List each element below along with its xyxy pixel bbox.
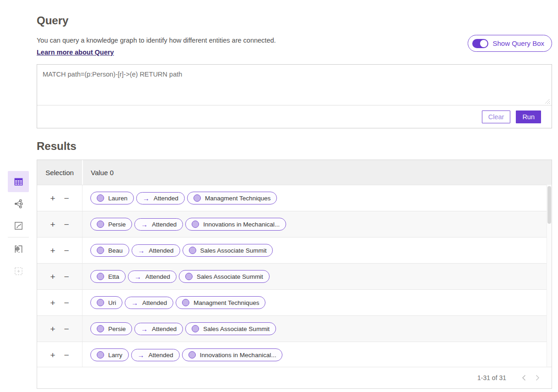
- selection-cell: + −: [37, 237, 82, 263]
- graph-view-icon: [13, 199, 24, 209]
- entity-pill-person[interactable]: Lauren: [90, 192, 134, 204]
- relationship-pill[interactable]: → Attended: [134, 218, 183, 231]
- relation-pill-label: Attended: [149, 247, 174, 254]
- table-row: + − Persie → Attended Innovations in Mec…: [37, 211, 552, 237]
- map-view-icon: [13, 244, 24, 254]
- selection-cell: + −: [37, 316, 82, 342]
- graph-view-button[interactable]: [8, 193, 29, 214]
- remove-from-selection-button[interactable]: −: [64, 298, 69, 307]
- column-header-selection: Selection: [37, 160, 82, 185]
- relation-pill-label: Attended: [152, 221, 177, 228]
- relationship-pill[interactable]: → Attended: [125, 297, 173, 309]
- table-footer: 1-31 of 31: [37, 367, 552, 388]
- target-pill-label: Sales Associate Summit: [203, 326, 270, 332]
- vertical-scrollbar[interactable]: [547, 185, 552, 368]
- scrollbar-thumb[interactable]: [547, 186, 551, 224]
- remove-from-selection-button[interactable]: −: [64, 325, 69, 333]
- toggle-label: Show Query Box: [492, 39, 544, 47]
- entity-pill-person[interactable]: Persie: [90, 322, 132, 335]
- add-to-selection-button[interactable]: +: [50, 194, 55, 203]
- table-row: + − Etta → Attended Sales Associate Summ…: [37, 263, 552, 289]
- arrow-right-icon: →: [134, 273, 141, 280]
- target-pill-label: Managment Techniques: [193, 299, 259, 306]
- entity-node-icon: [182, 299, 189, 306]
- add-to-selection-button[interactable]: +: [50, 272, 55, 281]
- entity-pill-person[interactable]: Uri: [90, 296, 122, 309]
- entity-pill-target[interactable]: Sales Associate Summit: [185, 322, 276, 335]
- add-to-selection-button[interactable]: +: [50, 220, 55, 229]
- entity-pill-person[interactable]: Etta: [90, 270, 126, 283]
- person-pill-label: Etta: [108, 273, 119, 280]
- relationship-pill[interactable]: → Attended: [132, 244, 180, 257]
- chart-view-icon: [13, 221, 24, 231]
- learn-more-link[interactable]: Learn more about Query: [37, 49, 114, 56]
- person-pill-label: Persie: [108, 326, 126, 332]
- remove-from-selection-button[interactable]: −: [64, 351, 69, 359]
- entity-pill-person[interactable]: Persie: [90, 218, 132, 231]
- entity-pill-person[interactable]: Larry: [90, 348, 129, 361]
- results-title: Results: [37, 140, 552, 153]
- query-input[interactable]: MATCH path=(p:Person)-[r]->(e) RETURN pa…: [37, 65, 552, 105]
- relationship-pill[interactable]: → Attended: [134, 323, 183, 335]
- entity-node-icon: [97, 247, 104, 254]
- arrow-right-icon: →: [141, 326, 148, 332]
- map-view-button[interactable]: [8, 238, 29, 259]
- relation-pill-label: Attended: [145, 273, 170, 280]
- next-page-button[interactable]: [530, 371, 544, 385]
- relationship-pill[interactable]: → Attended: [136, 192, 185, 204]
- results-table: Selection Value 0 + − Lauren → Attended …: [37, 160, 552, 389]
- entity-pill-target[interactable]: Innovations in Mechanical...: [185, 218, 286, 231]
- entity-node-icon: [193, 194, 201, 202]
- layout-view-icon: [13, 266, 24, 276]
- relation-pill-label: Attended: [152, 326, 177, 332]
- value-cell: Lauren → Attended Managment Techniques: [82, 185, 552, 211]
- clear-button[interactable]: Clear: [482, 110, 511, 123]
- remove-from-selection-button[interactable]: −: [64, 194, 69, 203]
- entity-pill-target[interactable]: Innovations in Mechanical...: [182, 348, 283, 361]
- layout-view-button: [8, 260, 29, 282]
- entity-pill-target[interactable]: Managment Techniques: [187, 192, 277, 204]
- run-button[interactable]: Run: [516, 110, 541, 123]
- add-to-selection-button[interactable]: +: [50, 246, 55, 255]
- relationship-pill[interactable]: → Attended: [131, 349, 180, 361]
- value-cell: Etta → Attended Sales Associate Summit: [82, 264, 552, 289]
- selection-cell: + −: [37, 185, 82, 211]
- show-query-box-toggle[interactable]: Show Query Box: [468, 35, 552, 52]
- query-box: MATCH path=(p:Person)-[r]->(e) RETURN pa…: [37, 64, 552, 128]
- column-header-value: Value 0: [83, 160, 552, 185]
- person-pill-label: Larry: [108, 352, 122, 359]
- add-to-selection-button[interactable]: +: [50, 351, 55, 359]
- table-header: Selection Value 0: [37, 160, 552, 185]
- query-actions-bar: Clear Run: [37, 105, 552, 128]
- remove-from-selection-button[interactable]: −: [64, 220, 69, 229]
- table-view-button[interactable]: [8, 171, 29, 192]
- textarea-resize-handle[interactable]: [544, 99, 550, 105]
- arrow-right-icon: →: [138, 247, 145, 254]
- remove-from-selection-button[interactable]: −: [64, 272, 69, 281]
- relation-pill-label: Attended: [149, 352, 173, 359]
- selection-cell: + −: [37, 264, 82, 289]
- add-to-selection-button[interactable]: +: [50, 325, 55, 333]
- arrow-right-icon: →: [141, 221, 148, 228]
- entity-node-icon: [97, 221, 104, 228]
- entity-node-icon: [97, 351, 104, 359]
- previous-page-button[interactable]: [517, 371, 530, 385]
- pagination-range: 1-31 of 31: [477, 374, 506, 381]
- target-pill-label: Innovations in Mechanical...: [203, 221, 280, 228]
- entity-pill-target[interactable]: Sales Associate Summit: [182, 244, 273, 257]
- selection-cell: + −: [37, 211, 82, 237]
- table-view-icon: [13, 177, 24, 187]
- entity-pill-target[interactable]: Sales Associate Summit: [179, 270, 270, 283]
- chart-view-button[interactable]: [8, 215, 29, 236]
- relation-pill-label: Attended: [154, 195, 178, 202]
- value-cell: Uri → Attended Managment Techniques: [82, 290, 552, 315]
- toggle-switch-icon[interactable]: [472, 39, 488, 48]
- entity-pill-person[interactable]: Beau: [90, 244, 129, 257]
- remove-from-selection-button[interactable]: −: [64, 246, 69, 255]
- view-switcher-sidebar: [8, 171, 29, 282]
- relationship-pill[interactable]: → Attended: [128, 271, 177, 283]
- entity-pill-target[interactable]: Managment Techniques: [176, 296, 265, 309]
- entity-node-icon: [97, 194, 104, 202]
- value-cell: Larry → Attended Innovations in Mechanic…: [82, 342, 552, 368]
- add-to-selection-button[interactable]: +: [50, 298, 55, 307]
